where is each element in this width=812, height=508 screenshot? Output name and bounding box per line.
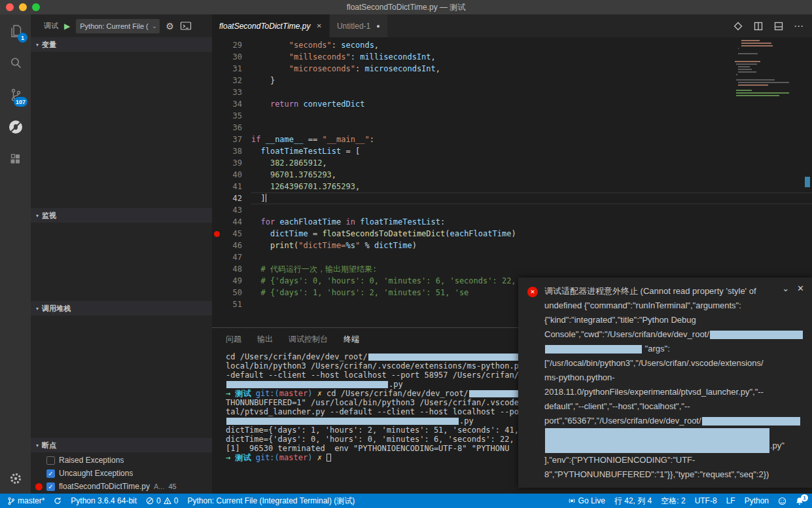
- configure-gear-icon[interactable]: ⚙: [166, 22, 174, 31]
- gutter-breakpoint-area[interactable]: [212, 169, 221, 181]
- start-debug-icon[interactable]: ▶: [64, 22, 70, 31]
- go-live-item[interactable]: Go Live: [563, 494, 610, 508]
- panel-tab-终端[interactable]: 终端: [344, 334, 359, 345]
- titlebar[interactable]: floatSecondToDictTime.py — 测试: [0, 0, 812, 14]
- code-line-42[interactable]: 42 ]: [212, 192, 812, 204]
- zoom-window-button[interactable]: [32, 3, 40, 11]
- section-header-breakpoints[interactable]: ▾ 断点: [31, 438, 212, 452]
- code-line-32[interactable]: 32 }: [212, 75, 812, 86]
- code-content[interactable]: "seconds": seconds,: [251, 39, 812, 51]
- gutter-breakpoint-area[interactable]: [212, 110, 221, 122]
- code-line-47[interactable]: 47: [212, 251, 812, 263]
- section-header-watch[interactable]: ▾ 监视: [31, 208, 212, 223]
- gutter-breakpoint-area[interactable]: [212, 145, 221, 157]
- gutter-breakpoint-area[interactable]: [212, 192, 221, 204]
- code-content[interactable]: }: [251, 75, 812, 86]
- code-content[interactable]: dictTime = floatSecondsToDatetimeDict(ea…: [251, 228, 812, 240]
- tab-floatSecondToDictTime.py[interactable]: floatSecondToDictTime.py✕: [212, 14, 330, 37]
- code-content[interactable]: [251, 86, 812, 98]
- gutter-breakpoint-area[interactable]: [212, 181, 221, 192]
- eol-item[interactable]: LF: [722, 494, 740, 508]
- gutter-breakpoint-area[interactable]: [212, 98, 221, 110]
- gutter-breakpoint-area[interactable]: [212, 228, 221, 240]
- python-version-item[interactable]: Python 3.6.4 64-bit: [66, 494, 141, 508]
- code-line-45[interactable]: 45 dictTime = floatSecondsToDatetimeDict…: [212, 228, 812, 240]
- toggle-panel-icon[interactable]: [773, 21, 784, 31]
- modified-dot-icon[interactable]: ●: [376, 23, 380, 29]
- tab-Untitled-1[interactable]: Untitled-1●: [330, 14, 388, 37]
- panel-tab-输出[interactable]: 输出: [257, 334, 273, 345]
- close-window-button[interactable]: [6, 3, 14, 11]
- code-content[interactable]: if __name__ == "__main__":: [251, 134, 812, 145]
- code-line-36[interactable]: 36: [212, 122, 812, 134]
- gutter-breakpoint-area[interactable]: [212, 122, 221, 134]
- code-content[interactable]: # 代码运行一次，输出期望结果:: [251, 263, 812, 275]
- gutter-breakpoint-area[interactable]: [212, 86, 221, 98]
- explorer-icon[interactable]: 1: [0, 14, 31, 46]
- code-line-41[interactable]: 41 1264396701.3765293,: [212, 181, 812, 192]
- source-control-icon[interactable]: 107: [0, 79, 31, 111]
- gutter-breakpoint-area[interactable]: [212, 240, 221, 251]
- problems-item[interactable]: 0 0: [141, 494, 183, 508]
- code-content[interactable]: 1264396701.3765293,: [251, 181, 812, 192]
- code-line-30[interactable]: 30 "millseconds": millisecondsInt,: [212, 51, 812, 63]
- git-branch-item[interactable]: master*: [3, 494, 49, 508]
- code-line-39[interactable]: 39 382.2865912,: [212, 157, 812, 169]
- code-content[interactable]: "microseconds": microsecondsInt,: [251, 63, 812, 75]
- gutter-breakpoint-area[interactable]: [212, 39, 221, 51]
- close-icon[interactable]: ✕: [317, 22, 322, 29]
- split-editor-icon[interactable]: [753, 21, 764, 31]
- code-line-48[interactable]: 48 # 代码运行一次，输出期望结果:: [212, 263, 812, 275]
- search-icon[interactable]: [0, 46, 31, 79]
- section-header-call-stack[interactable]: ▾ 调用堆栈: [31, 301, 212, 316]
- extensions-icon[interactable]: [0, 143, 31, 175]
- code-content[interactable]: [251, 251, 812, 263]
- code-content[interactable]: "millseconds": millisecondsInt,: [251, 51, 812, 63]
- debug-icon[interactable]: [0, 111, 31, 143]
- close-icon[interactable]: ✕: [797, 284, 804, 293]
- code-content[interactable]: for eachFloatTime in floatTimeTestList:: [251, 216, 812, 228]
- panel-tab-问题[interactable]: 问题: [226, 334, 241, 345]
- minimize-window-button[interactable]: [19, 3, 27, 11]
- breakpoint-item[interactable]: ✓floatSecondToDictTime.pyA...45: [31, 480, 212, 493]
- code-line-43[interactable]: 43: [212, 204, 812, 216]
- code-line-38[interactable]: 38 floatTimeTestList = [: [212, 145, 812, 157]
- code-content[interactable]: [251, 204, 812, 216]
- gutter-breakpoint-area[interactable]: [212, 75, 221, 86]
- gutter-breakpoint-area[interactable]: [212, 157, 221, 169]
- code-content[interactable]: return convertedDict: [251, 98, 812, 110]
- more-actions-icon[interactable]: ⋯: [794, 21, 803, 31]
- gutter-breakpoint-area[interactable]: [212, 263, 221, 275]
- encoding-item[interactable]: UTF-8: [690, 494, 722, 508]
- breakpoint-checkbox[interactable]: [46, 456, 55, 465]
- settings-gear-icon[interactable]: [0, 463, 31, 494]
- minimap[interactable]: [735, 40, 803, 100]
- panel-tab-调试控制台[interactable]: 调试控制台: [289, 334, 328, 345]
- code-content[interactable]: 382.2865912,: [251, 157, 812, 169]
- code-content[interactable]: ]: [251, 192, 812, 204]
- debug-console-icon[interactable]: [180, 21, 192, 31]
- sync-button[interactable]: [49, 494, 66, 508]
- code-line-37[interactable]: 37if __name__ == "__main__":: [212, 134, 812, 145]
- debug-config-item[interactable]: Python: Current File (Integrated Termina…: [183, 494, 359, 508]
- feedback-item[interactable]: [773, 494, 791, 508]
- breakpoint-checkbox[interactable]: ✓: [46, 482, 55, 491]
- gutter-breakpoint-area[interactable]: [212, 63, 221, 75]
- gutter-breakpoint-area[interactable]: [212, 51, 221, 63]
- code-line-29[interactable]: 29 "seconds": seconds,: [212, 39, 812, 51]
- code-line-34[interactable]: 34 return convertedDict: [212, 98, 812, 110]
- indentation-item[interactable]: 空格: 2: [656, 494, 690, 508]
- breakpoint-checkbox[interactable]: ✓: [46, 469, 55, 478]
- code-content[interactable]: floatTimeTestList = [: [251, 145, 812, 157]
- notifications-item[interactable]: 1: [791, 494, 808, 508]
- gutter-breakpoint-area[interactable]: [212, 275, 221, 287]
- code-line-40[interactable]: 40 96701.3765293,: [212, 169, 812, 181]
- gutter-breakpoint-area[interactable]: [212, 287, 221, 299]
- breakpoint-icon[interactable]: [214, 231, 220, 237]
- code-line-46[interactable]: 46 print("dictTime=%s" % dictTime): [212, 240, 812, 251]
- code-line-33[interactable]: 33: [212, 86, 812, 98]
- code-content[interactable]: 96701.3765293,: [251, 169, 812, 181]
- breakpoint-item[interactable]: Raised Exceptions: [31, 454, 212, 467]
- gutter-breakpoint-area[interactable]: [212, 204, 221, 216]
- code-line-35[interactable]: 35: [212, 110, 812, 122]
